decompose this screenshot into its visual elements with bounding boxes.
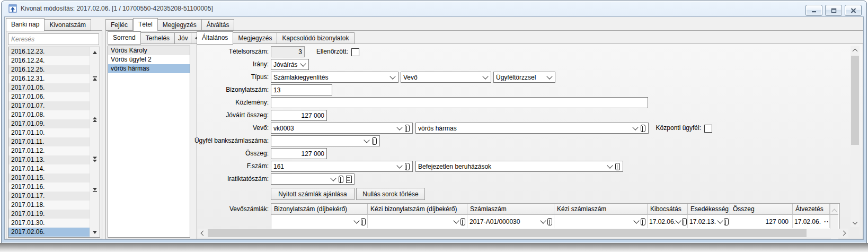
chevron-down-icon[interactable]	[717, 218, 723, 223]
chevron-down-icon[interactable]	[482, 73, 488, 79]
bank-day-row[interactable]: 2017.01.10.	[8, 128, 90, 137]
irany-combo[interactable]: Jóváírás	[271, 59, 309, 70]
ellenorzott-checkbox[interactable]	[351, 48, 359, 56]
attachment-icon[interactable]	[339, 176, 343, 183]
cell-bizonylatszam-combo[interactable]	[271, 215, 368, 228]
bank-day-row[interactable]: 2017.01.11.	[8, 137, 90, 146]
bank-day-row[interactable]: 2017.01.12.	[8, 146, 90, 155]
jovairt-osszeg-field[interactable]	[271, 110, 327, 121]
tab-megjegyzes[interactable]: Megjegyzés	[158, 19, 202, 31]
chevron-down-icon[interactable]	[300, 60, 306, 66]
attachment-icon[interactable]	[724, 218, 729, 225]
attachment-icon[interactable]	[682, 218, 687, 225]
bank-day-row[interactable]: 2017.01.30.	[8, 219, 90, 228]
scroll-right-button[interactable]	[839, 229, 848, 238]
cell-kezi-bizonylatszam-combo[interactable]	[368, 215, 467, 228]
bizonylatszam-field[interactable]	[271, 84, 332, 95]
bank-day-row[interactable]: 2017.01.19.	[8, 210, 90, 219]
tab-kapcsolodo-bizonylatok[interactable]: Kapcsolódó bizonylatok	[277, 32, 354, 44]
chevron-down-icon[interactable]	[364, 137, 369, 143]
scroll-page-up-icon[interactable]	[91, 116, 99, 123]
minimize-button[interactable]	[805, 5, 822, 16]
fszam-nev-combo[interactable]: Befejezetlen beruházások	[415, 161, 623, 172]
attachment-icon[interactable]	[405, 125, 410, 132]
bank-day-row[interactable]: 2017.01.16.	[8, 183, 90, 192]
chevron-down-icon[interactable]	[453, 218, 459, 223]
bank-day-row[interactable]: 2016.12.31.	[8, 74, 90, 83]
tab-fejlec[interactable]: Fejléc	[105, 19, 133, 31]
chevron-down-icon[interactable]	[540, 218, 546, 223]
table-scrollbar-top[interactable]	[830, 204, 838, 215]
nullas-sorok-button[interactable]: Nullás sorok törlése	[356, 188, 425, 200]
restore-button[interactable]	[825, 5, 842, 16]
chevron-down-icon[interactable]	[353, 218, 359, 223]
kozlemeny-field[interactable]	[271, 97, 648, 108]
attachment-icon[interactable]	[405, 163, 410, 170]
kozponti-ugyfel-checkbox[interactable]	[704, 125, 712, 133]
item-row[interactable]: Vörös ügyfel 2	[108, 55, 190, 64]
chevron-down-icon[interactable]	[675, 218, 681, 223]
fszam-kod-combo[interactable]: 161	[271, 161, 413, 172]
scroll-left-button[interactable]	[198, 229, 207, 238]
item-row[interactable]: Vörös Károly	[108, 46, 190, 55]
bank-day-row[interactable]: 2016.12.25.	[8, 65, 90, 74]
chevron-down-icon[interactable]	[546, 73, 552, 79]
search-input[interactable]	[8, 33, 99, 45]
chevron-down-icon[interactable]	[396, 124, 402, 130]
scroll-first-icon[interactable]	[91, 75, 99, 82]
bank-day-row[interactable]: 2017.01.14.	[8, 164, 90, 173]
osszeg-field[interactable]	[271, 148, 327, 159]
chevron-down-icon[interactable]	[389, 73, 395, 79]
bankszamla-combo[interactable]	[271, 135, 380, 146]
tab-sorrend[interactable]: Sorrend	[108, 31, 141, 45]
iratiktatoszam-combo[interactable]	[271, 173, 355, 185]
bank-day-row[interactable]: 2017.01.06.	[8, 92, 90, 101]
attachment-icon[interactable]	[641, 125, 645, 132]
document-list-icon[interactable]	[346, 176, 352, 183]
scroll-page-down-icon[interactable]	[91, 156, 99, 163]
tab-megjegyzes-detail[interactable]: Megjegyzés	[233, 32, 277, 44]
tab-atvaltas[interactable]: Átváltás	[202, 19, 235, 31]
attachment-icon[interactable]	[547, 218, 552, 225]
attachment-icon[interactable]	[641, 218, 645, 225]
scroll-up-icon[interactable]	[91, 49, 99, 56]
cell-kibocsatas-combo[interactable]: 17.02.06.	[648, 215, 688, 228]
detail-vertical-scrollbar[interactable]	[851, 46, 860, 227]
tab-altalanos[interactable]: Általános	[197, 31, 233, 45]
chevron-down-icon[interactable]	[632, 124, 638, 130]
tab-kivonatszam[interactable]: Kivonatszám	[45, 19, 91, 31]
tab-tetel[interactable]: Tétel	[133, 18, 158, 31]
bank-day-row[interactable]: 2017.01.05.	[8, 83, 90, 92]
attachment-icon[interactable]	[460, 218, 465, 225]
scroll-down-button[interactable]	[851, 218, 860, 227]
scroll-down-icon[interactable]	[91, 229, 99, 236]
chevron-down-icon[interactable]	[396, 162, 402, 168]
attachment-icon[interactable]	[361, 218, 366, 225]
cell-osszeg[interactable]: 127 000	[730, 215, 793, 228]
bank-day-row[interactable]: 2017.01.13.	[8, 155, 90, 164]
item-row[interactable]: vörös hármas	[108, 64, 190, 73]
chevron-down-icon[interactable]	[607, 162, 613, 168]
bank-day-row[interactable]: 2017.01.08.	[8, 110, 90, 119]
bank-day-row[interactable]: 2017.01.15.	[8, 173, 90, 183]
tab-jovairas-clipped[interactable]: Jóv	[175, 32, 191, 44]
more-button[interactable]: ···	[824, 218, 830, 225]
nyitott-szamlak-button[interactable]: Nyitott számlák ajánlása	[271, 188, 355, 200]
cell-szamlaszam-combo[interactable]: 2017-A01/000030	[467, 215, 554, 228]
cell-atvezetes[interactable]: 17.02.06. ···	[793, 215, 830, 228]
bank-day-row[interactable]: 2017.01.09.	[8, 119, 90, 128]
tipus-combo-3[interactable]: Ügyféltörzzsel	[493, 72, 555, 83]
chevron-down-icon[interactable]	[633, 218, 639, 223]
bank-day-row[interactable]: 2017.02.06.	[8, 228, 90, 237]
close-button[interactable]	[845, 5, 862, 16]
tab-banki-nap[interactable]: Banki nap	[6, 18, 45, 31]
bank-day-row[interactable]: 2017.01.17.	[8, 192, 90, 201]
chevron-down-icon[interactable]	[330, 175, 336, 181]
scroll-last-icon[interactable]	[91, 186, 99, 193]
cell-esedekesseg-combo[interactable]: 17.02.13.	[688, 215, 730, 228]
bank-day-row[interactable]: 2017.01.18.	[8, 201, 90, 210]
attachment-icon[interactable]	[615, 163, 620, 170]
cell-kezi-szamlaszam-combo[interactable]	[554, 215, 648, 228]
bank-day-row[interactable]: 2016.12.24.	[8, 56, 90, 65]
vevo-kod-combo[interactable]: vk0003	[271, 123, 413, 134]
